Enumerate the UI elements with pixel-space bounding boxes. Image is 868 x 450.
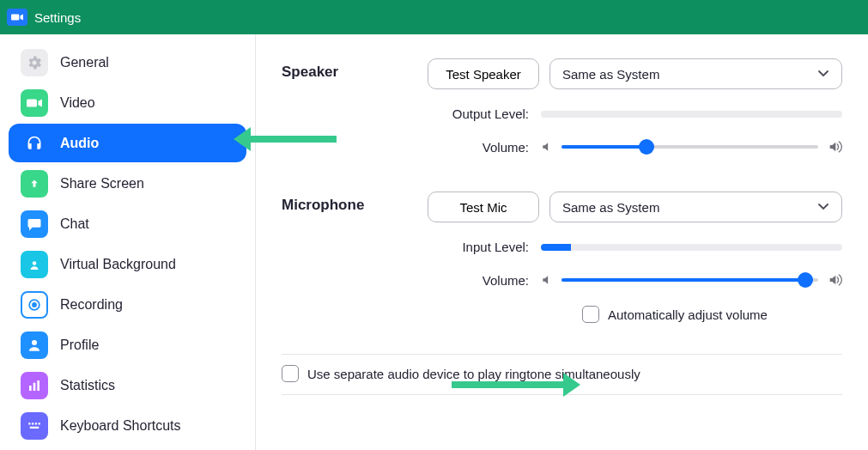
- sidebar-item-virtual-background[interactable]: Virtual Background: [9, 245, 246, 283]
- sidebar-item-recording[interactable]: Recording: [9, 285, 246, 324]
- titlebar: Settings: [0, 0, 868, 34]
- sidebar-item-label: General: [60, 55, 109, 70]
- ringtone-checkbox-row: Use separate audio device to play ringto…: [282, 365, 842, 382]
- share-screen-icon: [21, 170, 48, 198]
- svg-rect-11: [32, 423, 33, 424]
- speaker-section: Speaker Test Speaker Same as System Outp…: [282, 58, 842, 173]
- input-level-label: Input Level:: [428, 240, 529, 254]
- sidebar-item-general[interactable]: General: [9, 43, 246, 82]
- speaker-volume-label: Volume:: [428, 140, 529, 155]
- sidebar-item-label: Profile: [60, 338, 99, 353]
- separator: [282, 354, 842, 355]
- svg-rect-10: [28, 423, 30, 424]
- speaker-device-value: Same as System: [562, 67, 659, 82]
- auto-adjust-volume-label: Automatically adjust volume: [608, 307, 768, 322]
- chevron-down-icon: [817, 70, 829, 78]
- video-icon: [21, 89, 48, 117]
- sidebar-item-statistics[interactable]: Statistics: [9, 366, 246, 404]
- svg-rect-13: [39, 423, 40, 424]
- sidebar-item-label: Audio: [60, 136, 99, 151]
- sidebar-item-label: Keyboard Shortcuts: [60, 418, 181, 434]
- sidebar-item-share-screen[interactable]: Share Screen: [9, 164, 246, 203]
- svg-rect-9: [27, 421, 42, 431]
- window-title: Settings: [34, 10, 81, 25]
- mic-device-select[interactable]: Same as System: [549, 192, 842, 222]
- mic-volume-label: Volume:: [428, 273, 529, 288]
- svg-rect-14: [30, 426, 39, 428]
- test-mic-button[interactable]: Test Mic: [428, 192, 539, 222]
- sidebar-item-label: Video: [60, 95, 95, 111]
- sidebar: General Video Audio Share Screen Chat: [0, 34, 256, 450]
- sidebar-item-label: Share Screen: [60, 176, 144, 192]
- sidebar-item-keyboard-shortcuts[interactable]: Keyboard Shortcuts: [9, 406, 246, 445]
- auto-adjust-volume-checkbox[interactable]: [582, 306, 599, 323]
- zoom-icon: [7, 9, 27, 26]
- speaker-device-select[interactable]: Same as System: [549, 58, 842, 89]
- test-speaker-button[interactable]: Test Speaker: [428, 58, 539, 89]
- sidebar-item-profile[interactable]: Profile: [9, 325, 246, 364]
- volume-high-icon: [827, 273, 842, 287]
- mic-volume-slider[interactable]: [561, 271, 818, 289]
- mic-device-value: Same as System: [562, 200, 659, 215]
- sidebar-item-video[interactable]: Video: [9, 83, 246, 122]
- keyboard-icon: [21, 412, 48, 440]
- speaker-volume-slider[interactable]: [561, 138, 818, 155]
- svg-rect-8: [37, 380, 39, 391]
- svg-rect-6: [29, 386, 32, 391]
- speaker-title: Speaker: [282, 58, 428, 81]
- volume-low-icon: [541, 141, 553, 153]
- chat-icon: [21, 210, 48, 238]
- profile-icon: [21, 331, 48, 359]
- volume-high-icon: [827, 140, 842, 154]
- svg-rect-7: [33, 382, 36, 390]
- microphone-title: Microphone: [282, 192, 428, 214]
- sidebar-item-label: Chat: [60, 216, 89, 232]
- input-level-meter: [541, 244, 842, 251]
- ringtone-device-checkbox[interactable]: [282, 365, 299, 382]
- sidebar-item-label: Virtual Background: [60, 257, 176, 272]
- recording-icon: [21, 291, 48, 319]
- headphones-icon: [21, 130, 48, 157]
- sidebar-item-label: Statistics: [60, 378, 115, 393]
- virtual-background-icon: [21, 251, 48, 278]
- ringtone-device-label: Use separate audio device to play ringto…: [307, 367, 640, 381]
- audio-settings-panel: Speaker Test Speaker Same as System Outp…: [256, 34, 868, 450]
- microphone-section: Microphone Test Mic Same as System Input…: [282, 192, 842, 335]
- svg-point-5: [32, 340, 37, 345]
- sidebar-item-chat[interactable]: Chat: [9, 204, 246, 243]
- separator: [282, 394, 842, 395]
- svg-point-2: [33, 261, 37, 265]
- output-level-meter: [541, 111, 842, 118]
- chevron-down-icon: [817, 203, 829, 211]
- output-level-label: Output Level:: [428, 106, 529, 121]
- volume-low-icon: [541, 274, 553, 286]
- statistics-icon: [21, 372, 48, 399]
- gear-icon: [21, 49, 48, 76]
- sidebar-item-label: Recording: [60, 297, 123, 313]
- svg-point-4: [32, 302, 37, 307]
- svg-rect-12: [35, 423, 37, 424]
- sidebar-item-audio[interactable]: Audio: [9, 124, 246, 162]
